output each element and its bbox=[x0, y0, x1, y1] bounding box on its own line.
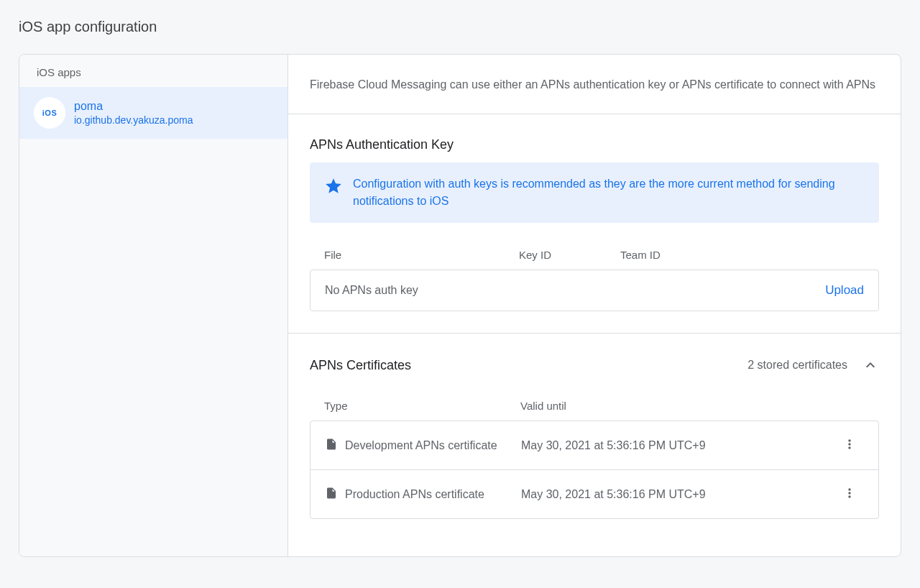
app-name: poma bbox=[74, 100, 193, 113]
column-valid-until: Valid until bbox=[520, 400, 836, 412]
certificates-table: Type Valid until Development APNs certif… bbox=[310, 400, 879, 519]
certificate-type: Production APNs certificate bbox=[345, 488, 484, 501]
banner-text: Configuration with auth keys is recommen… bbox=[353, 175, 865, 210]
certificates-table-header: Type Valid until bbox=[310, 400, 879, 421]
auth-key-title: APNs Authentication Key bbox=[310, 137, 879, 152]
sidebar-header: iOS apps bbox=[19, 55, 288, 87]
certificate-type: Development APNs certificate bbox=[345, 439, 497, 452]
certificate-row: Development APNs certificate May 30, 202… bbox=[310, 421, 878, 470]
sidebar: iOS apps iOS poma io.github.dev.yakuza.p… bbox=[19, 55, 288, 556]
column-file: File bbox=[324, 249, 519, 261]
upload-button[interactable]: Upload bbox=[825, 283, 864, 298]
more-vertical-icon bbox=[842, 486, 857, 502]
column-key-id: Key ID bbox=[519, 249, 620, 261]
sidebar-app-item[interactable]: iOS poma io.github.dev.yakuza.poma bbox=[19, 87, 288, 139]
chevron-up-icon[interactable] bbox=[862, 357, 879, 374]
auth-key-table: File Key ID Team ID No APNs auth key Upl… bbox=[310, 249, 879, 311]
app-bundle-id: io.github.dev.yakuza.poma bbox=[74, 114, 193, 126]
star-icon bbox=[324, 177, 343, 198]
certificates-count: 2 stored certificates bbox=[748, 359, 847, 372]
more-vertical-icon bbox=[842, 437, 857, 454]
column-team-id: Team ID bbox=[620, 249, 865, 261]
intro-text: Firebase Cloud Messaging can use either … bbox=[288, 55, 901, 114]
page-title: iOS app configuration bbox=[19, 19, 901, 35]
file-icon bbox=[325, 438, 338, 454]
info-banner: Configuration with auth keys is recommen… bbox=[310, 162, 879, 223]
auth-key-table-header: File Key ID Team ID bbox=[310, 249, 879, 270]
more-actions-button[interactable] bbox=[835, 437, 864, 454]
certificate-valid-until: May 30, 2021 at 5:36:16 PM UTC+9 bbox=[521, 488, 835, 501]
ios-app-icon: iOS bbox=[34, 97, 65, 129]
config-card: iOS apps iOS poma io.github.dev.yakuza.p… bbox=[19, 54, 901, 557]
certificate-row: Production APNs certificate May 30, 2021… bbox=[310, 470, 878, 518]
auth-key-section: APNs Authentication Key Configuration wi… bbox=[288, 114, 901, 334]
no-auth-key-text: No APNs auth key bbox=[325, 284, 825, 297]
certificates-rows: Development APNs certificate May 30, 202… bbox=[310, 421, 879, 519]
content-area: Firebase Cloud Messaging can use either … bbox=[288, 55, 901, 556]
certificates-title: APNs Certificates bbox=[310, 358, 411, 373]
certificates-section: APNs Certificates 2 stored certificates … bbox=[288, 334, 901, 541]
auth-key-row: No APNs auth key Upload bbox=[310, 270, 879, 311]
column-type: Type bbox=[324, 400, 520, 412]
more-actions-button[interactable] bbox=[835, 486, 864, 502]
certificates-header-row: APNs Certificates 2 stored certificates bbox=[310, 357, 879, 374]
file-icon bbox=[325, 487, 338, 502]
certificate-valid-until: May 30, 2021 at 5:36:16 PM UTC+9 bbox=[521, 439, 835, 452]
